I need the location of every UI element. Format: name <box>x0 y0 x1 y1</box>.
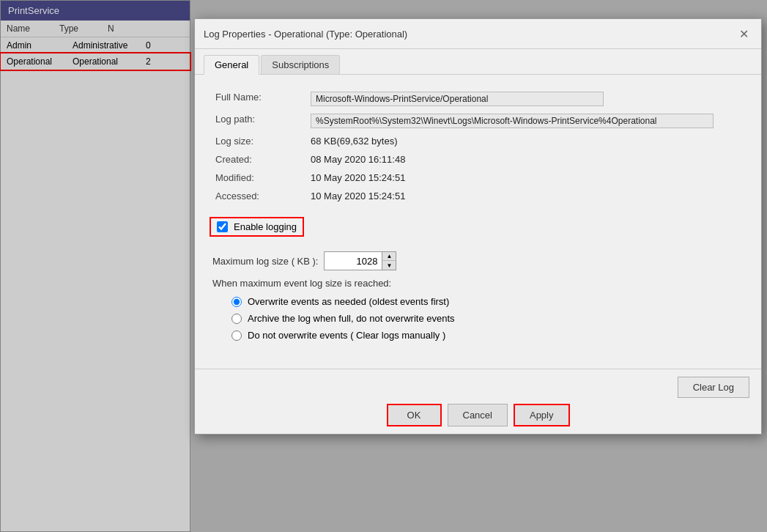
log-path-value-box: %SystemRoot%\System32\Winevt\Logs\Micros… <box>311 114 714 128</box>
max-log-size-input[interactable] <box>324 251 382 270</box>
footer-top: Clear Log <box>207 377 749 398</box>
accessed-value: 10 May 2020 15:24:51 <box>305 187 746 205</box>
spinner-down-button[interactable]: ▼ <box>382 261 396 270</box>
accessed-row: Accessed: 10 May 2020 15:24:51 <box>210 187 746 205</box>
log-size-label: Log size: <box>210 132 305 150</box>
tab-subscriptions[interactable]: Subscriptions <box>261 55 340 74</box>
created-row: Created: 08 May 2020 16:11:48 <box>210 150 746 169</box>
properties-table: Full Name: Microsoft-Windows-PrintServic… <box>210 88 746 205</box>
created-label: Created: <box>210 150 305 169</box>
log-path-value: %SystemRoot%\System32\Winevt\Logs\Micros… <box>305 110 746 132</box>
spinner-buttons: ▲ ▼ <box>382 251 396 270</box>
log-path-label: Log path: <box>210 110 305 132</box>
radio-archive[interactable]: Archive the log when full, do not overwr… <box>231 313 746 324</box>
radio-no-overwrite-input[interactable] <box>231 330 242 341</box>
spinner-up-button[interactable]: ▲ <box>382 252 396 261</box>
when-max-label: When maximum event log size is reached: <box>210 278 746 289</box>
dialog-footer: Clear Log OK Cancel Apply <box>195 369 761 434</box>
modified-value: 10 May 2020 15:24:51 <box>305 169 746 187</box>
max-log-size-spinner[interactable]: ▲ ▼ <box>324 251 396 270</box>
max-log-size-label: Maximum log size ( KB ): <box>212 256 318 267</box>
tabs-container: General Subscriptions <box>195 49 761 75</box>
close-button[interactable]: ✕ <box>735 25 752 43</box>
radio-archive-input[interactable] <box>231 314 242 324</box>
radio-no-overwrite[interactable]: Do not overwrite events ( Clear logs man… <box>231 330 746 341</box>
tab-general[interactable]: General <box>204 55 259 75</box>
clear-log-button[interactable]: Clear Log <box>678 377 749 398</box>
full-name-row: Full Name: Microsoft-Windows-PrintServic… <box>210 88 746 110</box>
log-size-value: 68 KB(69,632 bytes) <box>305 132 746 150</box>
modified-row: Modified: 10 May 2020 15:24:51 <box>210 169 746 187</box>
footer-bottom: OK Cancel Apply <box>207 404 749 426</box>
ok-button[interactable]: OK <box>387 404 442 426</box>
created-value: 08 May 2020 16:11:48 <box>305 150 746 169</box>
radio-archive-label: Archive the log when full, do not overwr… <box>248 313 455 324</box>
full-name-value-box: Microsoft-Windows-PrintService/Operation… <box>311 92 604 106</box>
radio-no-overwrite-label: Do not overwrite events ( Clear logs man… <box>248 330 445 341</box>
enable-logging-checkbox[interactable] <box>217 221 228 232</box>
log-size-row: Log size: 68 KB(69,632 bytes) <box>210 132 746 150</box>
modified-label: Modified: <box>210 169 305 187</box>
accessed-label: Accessed: <box>210 187 305 205</box>
radio-overwrite-label: Overwrite events as needed (oldest event… <box>248 296 449 307</box>
log-path-row: Log path: %SystemRoot%\System32\Winevt\L… <box>210 110 746 132</box>
enable-logging-section: Enable logging <box>210 217 746 244</box>
log-properties-dialog: Log Properties - Operational (Type: Oper… <box>194 18 762 435</box>
dialog-titlebar: Log Properties - Operational (Type: Oper… <box>195 19 761 49</box>
dialog-title: Log Properties - Operational (Type: Oper… <box>204 29 407 40</box>
apply-button[interactable]: Apply <box>514 404 570 426</box>
radio-overwrite-input[interactable] <box>231 297 242 307</box>
max-log-size-row: Maximum log size ( KB ): ▲ ▼ <box>210 251 746 270</box>
cancel-button[interactable]: Cancel <box>448 404 508 426</box>
full-name-value: Microsoft-Windows-PrintService/Operation… <box>305 88 746 110</box>
enable-logging-label[interactable]: Enable logging <box>210 217 304 237</box>
radio-overwrite[interactable]: Overwrite events as needed (oldest event… <box>231 296 746 307</box>
enable-logging-text: Enable logging <box>234 221 297 232</box>
full-name-label: Full Name: <box>210 88 305 110</box>
dialog-body: Full Name: Microsoft-Windows-PrintServic… <box>195 75 761 369</box>
radio-group: Overwrite events as needed (oldest event… <box>210 296 746 341</box>
